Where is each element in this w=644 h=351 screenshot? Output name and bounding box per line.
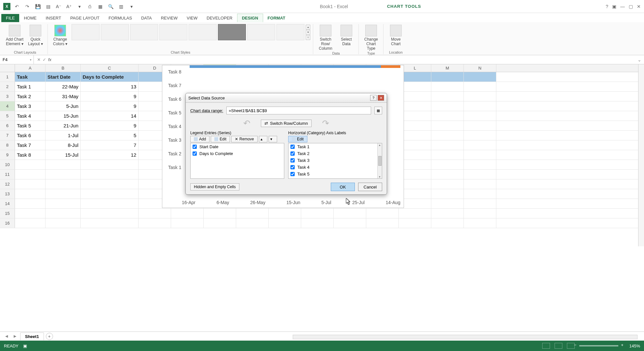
tab-design[interactable]: DESIGN — [237, 14, 263, 22]
qat-dropdown-icon[interactable]: ▾ — [75, 3, 83, 10]
hidden-empty-cells-button[interactable]: Hidden and Empty Cells — [190, 183, 239, 190]
style-thumb-2[interactable] — [101, 24, 129, 40]
row-header[interactable]: 14 — [0, 199, 15, 208]
tab-data[interactable]: DATA — [137, 14, 156, 22]
category-checkbox[interactable] — [290, 158, 295, 162]
tab-file[interactable]: FILE — [1, 14, 19, 22]
cell[interactable]: 12 — [81, 150, 139, 160]
series-item[interactable]: Start Date — [191, 143, 284, 150]
series-remove-button[interactable]: ✕Remove — [231, 136, 258, 142]
chart-styles-gallery[interactable]: ▴ ▾ ▿ — [72, 24, 310, 40]
cell[interactable]: 9 — [81, 101, 139, 111]
row-header[interactable]: 10 — [0, 160, 15, 169]
style-thumb-1[interactable] — [72, 24, 100, 40]
sheet-nav-prev-icon[interactable]: ◀ — [3, 334, 10, 338]
cancel-formula-icon[interactable]: ✕ — [37, 57, 41, 62]
cell[interactable]: Days to Complete — [81, 72, 139, 82]
cell[interactable]: 13 — [81, 82, 139, 91]
cell[interactable]: Task 3 — [15, 101, 46, 111]
tab-page-layout[interactable]: PAGE LAYOUT — [66, 14, 104, 22]
listbox-scrollbar[interactable]: ▴▾ — [377, 143, 382, 178]
cell[interactable]: Task 7 — [15, 140, 46, 150]
tab-developer[interactable]: DEVELOPER — [202, 14, 237, 22]
enter-formula-icon[interactable]: ✓ — [43, 57, 46, 62]
category-checkbox[interactable] — [290, 172, 295, 176]
col-header[interactable]: C — [81, 64, 139, 72]
category-item[interactable]: Task 3 — [288, 157, 382, 164]
row-header[interactable]: 2 — [0, 82, 15, 91]
col-header[interactable]: B — [46, 64, 81, 72]
row-header[interactable]: 16 — [0, 218, 15, 228]
cell[interactable]: 5 — [81, 131, 139, 140]
cell[interactable]: 14 — [81, 111, 139, 121]
undo-icon[interactable]: ↶ — [13, 3, 21, 10]
category-listbox[interactable]: Task 1Task 2Task 3Task 4Task 5 ▴▾ — [288, 143, 382, 179]
qat-icon-4[interactable]: ▥ — [117, 3, 125, 10]
row-header[interactable]: 3 — [0, 92, 15, 101]
cell[interactable]: 21-Jun — [46, 121, 81, 130]
fx-icon[interactable]: fx — [48, 57, 54, 62]
tab-formulas[interactable]: FORMULAS — [104, 14, 137, 22]
switch-row-column-button[interactable]: ⇄Switch Row/Column — [261, 120, 311, 127]
category-checkbox[interactable] — [290, 151, 295, 156]
view-normal-icon[interactable] — [542, 343, 550, 349]
series-listbox[interactable]: Start DateDays to Complete — [190, 143, 284, 179]
cell[interactable]: Task 5 — [15, 121, 46, 130]
qat-icon-1[interactable]: ⎙ — [86, 3, 94, 10]
category-item[interactable]: Task 5 — [288, 171, 382, 177]
row-header[interactable]: 6 — [0, 121, 15, 130]
font-inc-icon[interactable]: A⁺ — [65, 3, 73, 10]
tab-home[interactable]: HOME — [19, 14, 41, 22]
change-colors-button[interactable]: Change Colors ▾ — [51, 24, 70, 46]
add-sheet-button[interactable]: + — [46, 333, 53, 340]
qat-more-icon[interactable]: ▾ — [127, 3, 135, 10]
category-item[interactable]: Task 4 — [288, 164, 382, 171]
cell[interactable]: Start Date — [46, 72, 81, 82]
col-header[interactable]: A — [15, 64, 46, 72]
cell[interactable]: 1-Jul — [46, 131, 81, 140]
dialog-help-icon[interactable]: ? — [370, 95, 377, 101]
name-box[interactable]: F4 — [0, 55, 34, 64]
row-header[interactable]: 1 — [0, 72, 15, 82]
gallery-down-icon[interactable]: ▾ — [306, 30, 310, 35]
series-move-up-button[interactable]: ▴ — [259, 136, 267, 142]
series-edit-button[interactable]: Edit — [211, 136, 230, 142]
chart-data-range-input[interactable] — [226, 107, 371, 114]
maximize-icon[interactable]: ▢ — [629, 4, 633, 9]
expand-formula-bar-icon[interactable]: ⌄ — [635, 57, 644, 62]
view-page-layout-icon[interactable] — [555, 343, 562, 349]
category-item[interactable]: Task 1 — [288, 143, 382, 150]
axis-edit-button[interactable]: Edit — [288, 136, 307, 142]
series-checkbox[interactable] — [193, 145, 197, 149]
change-chart-type-button[interactable]: Change Chart Type — [362, 24, 381, 51]
category-checkbox[interactable] — [290, 145, 295, 149]
series-item[interactable]: Days to Complete — [191, 150, 284, 157]
cell[interactable]: Task 2 — [15, 92, 46, 101]
tab-review[interactable]: REVIEW — [156, 14, 182, 22]
gallery-up-icon[interactable]: ▴ — [306, 25, 310, 30]
tab-view[interactable]: VIEW — [182, 14, 202, 22]
tab-format[interactable]: FORMAT — [263, 14, 290, 22]
row-header[interactable]: 7 — [0, 131, 15, 140]
horizontal-scrollbar[interactable] — [293, 335, 637, 339]
row-header[interactable]: 12 — [0, 179, 15, 189]
row-header[interactable]: 15 — [0, 209, 15, 218]
dialog-close-icon[interactable]: ✕ — [378, 95, 384, 101]
cancel-button[interactable]: Cancel — [358, 183, 382, 191]
style-thumb-6[interactable] — [218, 24, 246, 40]
row-header[interactable]: 5 — [0, 111, 15, 121]
row-header[interactable]: 11 — [0, 170, 15, 179]
cell[interactable]: 9 — [81, 92, 139, 101]
cell[interactable]: 22-May — [46, 82, 81, 91]
qat-icon-3[interactable]: 🔍 — [107, 3, 114, 10]
macro-record-icon[interactable]: ▣ — [23, 344, 27, 348]
style-thumb-7[interactable] — [247, 24, 275, 40]
category-item[interactable]: Task 2 — [288, 150, 382, 157]
gallery-more-icon[interactable]: ▿ — [306, 35, 310, 40]
close-icon[interactable]: ✕ — [637, 4, 641, 9]
redo-icon[interactable]: ↷ — [23, 3, 31, 10]
sheet-tab[interactable]: Sheet1 — [20, 332, 44, 340]
series-add-button[interactable]: Add — [190, 136, 209, 142]
quick-layout-button[interactable]: Quick Layout ▾ — [26, 24, 45, 46]
cell[interactable]: 9 — [81, 121, 139, 130]
